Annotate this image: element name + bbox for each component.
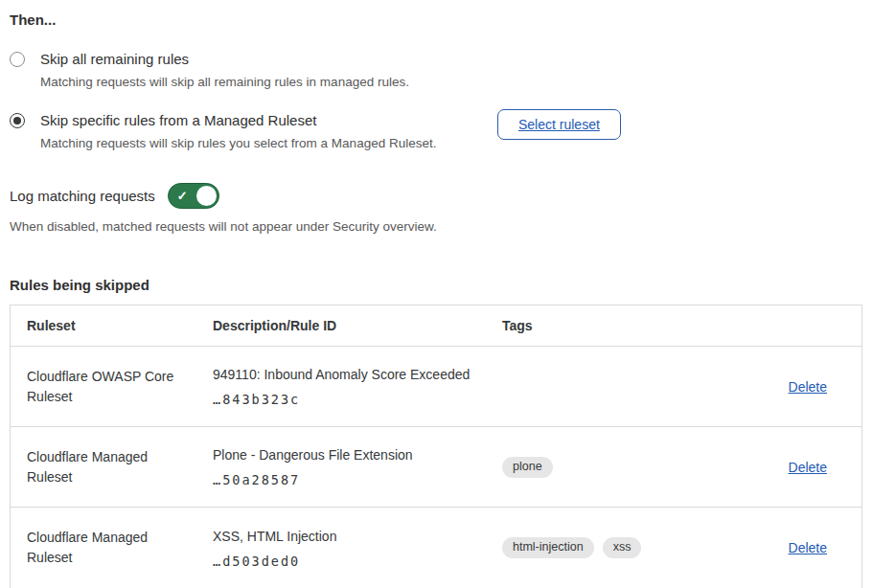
table-header-row: Ruleset Description/Rule ID Tags: [11, 305, 862, 347]
column-header-ruleset: Ruleset: [11, 318, 213, 333]
rules-being-skipped-heading: Rules being skipped: [10, 277, 862, 293]
log-matching-label: Log matching requests: [10, 188, 155, 204]
rule-description: Plone - Dangerous File Extension: [213, 446, 502, 464]
option-skip-specific-description: Matching requests will skip rules you se…: [40, 134, 436, 152]
skipped-rules-table: Ruleset Description/Rule ID Tags Cloudfl…: [10, 305, 862, 588]
table-row: Cloudflare OWASP Core Ruleset 949110: In…: [11, 347, 862, 427]
delete-link[interactable]: Delete: [789, 379, 827, 395]
option-skip-specific-text: Skip specific rules from a Managed Rules…: [40, 111, 436, 152]
table-row: Cloudflare Managed Ruleset XSS, HTML Inj…: [11, 508, 862, 588]
tag-badge: plone: [502, 457, 553, 478]
delete-link[interactable]: Delete: [789, 540, 827, 555]
radio-selected-icon[interactable]: [10, 113, 25, 128]
waf-skip-rule-panel: Then... Skip all remaining rules Matchin…: [0, 0, 873, 588]
tag-badge: html-injection: [502, 537, 594, 558]
rule-id: …50a28587: [213, 472, 502, 487]
rule-description: 949110: Inbound Anomaly Score Exceeded: [213, 366, 502, 383]
ruleset-name: Cloudflare OWASP Core Ruleset: [27, 367, 185, 407]
option-skip-specific[interactable]: Skip specific rules from a Managed Rules…: [10, 111, 862, 152]
then-heading: Then...: [10, 11, 862, 28]
column-header-tags: Tags: [502, 318, 727, 333]
log-matching-toggle[interactable]: ✓: [168, 183, 219, 209]
rule-description: XSS, HTML Injection: [213, 528, 502, 545]
select-ruleset-button[interactable]: Select ruleset: [497, 109, 621, 140]
ruleset-name: Cloudflare Managed Ruleset: [27, 447, 185, 487]
toggle-knob: [196, 186, 217, 206]
delete-link[interactable]: Delete: [789, 460, 827, 475]
column-header-description: Description/Rule ID: [213, 318, 502, 333]
ruleset-name: Cloudflare Managed Ruleset: [27, 528, 185, 568]
option-skip-all-remaining[interactable]: Skip all remaining rules Matching reques…: [10, 50, 862, 91]
log-matching-help-text: When disabled, matched requests will not…: [10, 217, 862, 236]
option-skip-all-text: Skip all remaining rules Matching reques…: [40, 50, 409, 91]
radio-unselected-icon[interactable]: [10, 52, 25, 67]
table-row: Cloudflare Managed Ruleset Plone - Dange…: [11, 427, 862, 508]
option-skip-specific-label: Skip specific rules from a Managed Rules…: [40, 111, 436, 130]
check-icon: ✓: [177, 190, 188, 202]
tags-list: plone: [502, 457, 727, 478]
rule-id: …843b323c: [213, 392, 502, 407]
option-skip-all-label: Skip all remaining rules: [40, 50, 409, 69]
tag-badge: xss: [603, 537, 642, 558]
rule-id: …d503ded0: [213, 554, 502, 569]
log-matching-row: Log matching requests ✓: [10, 183, 862, 209]
option-skip-all-description: Matching requests will skip all remainin…: [40, 73, 409, 91]
tags-list: html-injection xss: [502, 537, 727, 558]
